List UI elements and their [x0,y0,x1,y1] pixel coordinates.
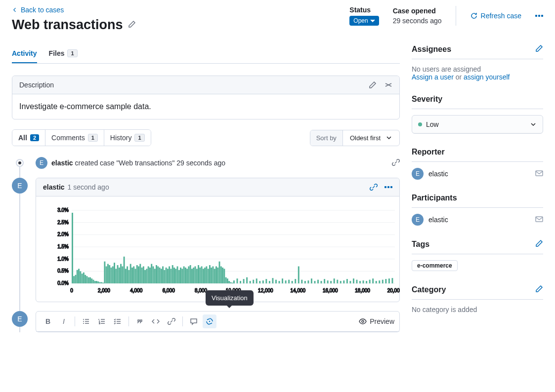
svg-rect-95 [185,268,186,283]
svg-rect-90 [177,266,178,283]
quote-button[interactable] [133,314,147,328]
timeline-dot-icon [16,159,24,167]
participant-mail-button[interactable] [535,215,543,225]
svg-text:1.5%: 1.5% [57,244,69,249]
link-button[interactable] [165,314,178,328]
svg-rect-51 [114,263,115,283]
svg-rect-27 [75,275,77,283]
sort-by-label: Sort by [310,130,343,146]
pencil-icon [535,285,543,293]
toolbar-separator [75,316,75,326]
quote-icon [136,317,144,325]
refresh-case-button[interactable]: Refresh case [470,12,521,20]
edit-title-button[interactable] [128,20,136,30]
category-edit-button[interactable] [535,285,543,294]
italic-button[interactable]: I [57,314,71,328]
svg-rect-65 [136,265,138,283]
case-more-button[interactable] [535,15,543,17]
svg-rect-111 [211,268,212,283]
ol-button[interactable] [95,314,109,328]
visualization-button[interactable] [203,314,216,328]
svg-rect-144 [295,279,296,283]
collapse-icon[interactable] [384,81,392,89]
svg-rect-59 [127,266,128,283]
tag-pill[interactable]: e-commerce [412,260,458,271]
severity-section: Severity Low [412,95,543,134]
svg-rect-150 [314,281,316,283]
severity-select[interactable]: Low [412,115,543,134]
svg-text:1.0%: 1.0% [57,256,69,262]
svg-text:0.5%: 0.5% [57,268,69,274]
checklist-button[interactable] [111,314,125,328]
comment-button[interactable] [187,314,201,328]
tab-activity[interactable]: Activity [12,44,37,63]
pencil-icon[interactable] [369,81,377,89]
tags-edit-button[interactable] [535,239,543,249]
main-column: Activity Files 1 Description Investigate… [12,44,400,341]
avatar: E [412,214,424,226]
svg-rect-86 [170,269,171,283]
back-to-cases-link[interactable]: Back to cases [12,6,64,14]
svg-rect-148 [307,280,309,283]
svg-rect-127 [240,281,241,283]
status-badge[interactable]: Open [349,16,379,26]
svg-rect-137 [272,278,273,283]
svg-rect-60 [128,270,129,283]
pencil-icon [535,239,543,247]
svg-rect-125 [233,280,235,283]
tab-files[interactable]: Files 1 [49,44,78,63]
sidebar: Assignees No users are assigned Assign a… [412,44,543,341]
svg-text:4,000: 4,000 [130,288,142,293]
svg-rect-55 [120,264,122,283]
comment-user: elastic [43,183,65,191]
filter-history[interactable]: History 1 [104,130,151,146]
svg-point-179 [362,320,364,322]
svg-rect-157 [337,280,338,283]
svg-rect-36 [89,277,91,283]
sort-select[interactable]: Oldest first [343,130,399,146]
status-label: Status [349,6,379,14]
svg-rect-57 [124,257,125,283]
assign-user-link[interactable]: Assign a user [412,73,454,81]
svg-rect-154 [327,280,329,283]
link-icon[interactable] [370,183,378,191]
svg-rect-122 [228,281,230,283]
tags-title: Tags [412,240,429,249]
eye-icon [359,317,367,325]
svg-rect-74 [151,264,152,283]
link-icon [168,317,175,325]
svg-rect-117 [220,266,222,283]
svg-rect-78 [157,266,159,283]
svg-rect-119 [223,269,225,283]
chat-icon [190,317,198,325]
svg-text:0: 0 [70,288,73,293]
timeline-created-event: E elastic created case "Web transactions… [12,157,400,169]
svg-rect-105 [201,266,203,283]
svg-text:0.0%: 0.0% [57,280,69,286]
preview-button[interactable]: Preview [359,317,394,325]
svg-rect-114 [215,266,217,283]
code-button[interactable] [149,314,163,328]
ul-button[interactable] [79,314,93,328]
bold-button[interactable]: B [41,314,55,328]
svg-rect-166 [366,281,367,283]
copy-link-button[interactable] [392,158,400,168]
assignees-edit-button[interactable] [535,44,543,54]
svg-rect-104 [199,268,201,283]
opened-value: 29 seconds ago [393,17,442,25]
svg-rect-98 [190,265,191,283]
svg-rect-41 [97,281,99,283]
svg-rect-153 [324,279,325,283]
comment-more-button[interactable] [384,186,392,188]
category-section: Category No category is added [412,285,543,314]
filter-comments[interactable]: Comments 1 [45,130,104,146]
filter-all[interactable]: All 2 [12,130,45,146]
svg-rect-162 [353,278,354,283]
timeline-comment: E elastic 1 second ago 0.0%0.5%1.0%1.5%2… [12,178,400,302]
svg-rect-107 [204,268,206,283]
svg-rect-64 [135,269,136,283]
assign-yourself-link[interactable]: assign yourself [464,73,510,81]
reporter-mail-button[interactable] [535,169,543,179]
page-header: Back to cases Web transactions Status Op… [0,0,555,44]
svg-rect-149 [311,278,312,283]
